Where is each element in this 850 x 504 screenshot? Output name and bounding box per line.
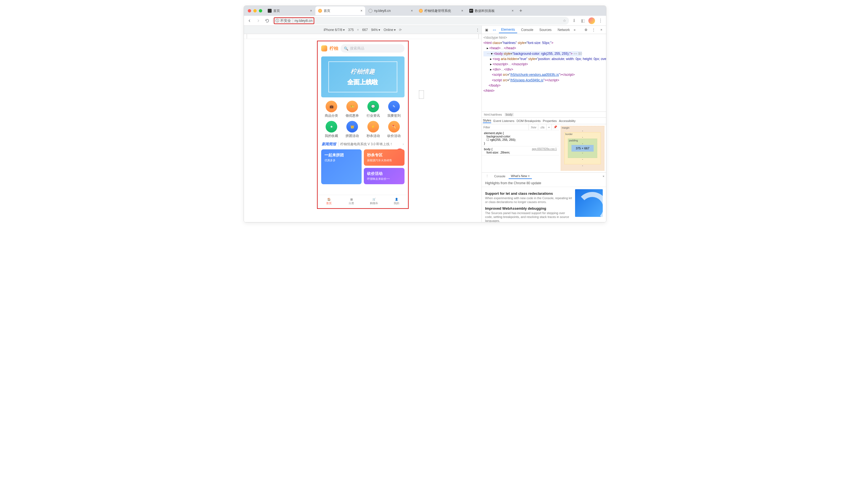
close-tab-icon[interactable]: × (411, 9, 413, 13)
inspect-icon[interactable]: ▣ (483, 28, 489, 32)
download-button[interactable]: ⬇ (570, 17, 578, 24)
browser-tab-3[interactable]: 柠柚情趣管理系统 × (416, 6, 466, 15)
crumb-html[interactable]: html.hairlines (484, 113, 502, 116)
settings-icon[interactable]: ⚙ (583, 28, 589, 32)
card-groupbuy[interactable]: 一起来拼团 优惠多多 (321, 149, 362, 184)
favicon-box-icon (268, 9, 272, 13)
device-mode-pane: iPhone 6/7/8 ▾ 375 × 667 94% ▾ Online ▾ … (244, 26, 482, 222)
window-controls (245, 9, 265, 13)
star-icon[interactable]: ☆ (563, 19, 566, 23)
back-button[interactable] (246, 17, 253, 24)
devtools-tab-sources[interactable]: Sources (537, 27, 554, 33)
menu-button[interactable]: ⋮ (597, 17, 604, 24)
drawer-menu-icon[interactable]: ⋮ (483, 174, 491, 179)
styles-tab-props[interactable]: Properties (543, 119, 557, 123)
resize-handle[interactable] (419, 90, 424, 99)
styles-tab-listeners[interactable]: Event Listeners (493, 119, 515, 123)
whatsnew-highlights: Highlights from the Chrome 80 update (482, 180, 606, 187)
device-toggle-icon[interactable]: ▭ (491, 28, 497, 32)
device-toolbar-menu[interactable]: ⋮ (476, 28, 479, 32)
close-tab-icon[interactable]: × (361, 9, 362, 13)
logo-icon (321, 46, 327, 51)
minimize-window-button[interactable] (253, 9, 257, 13)
new-tab-button[interactable]: + (517, 8, 525, 14)
rule-element-style[interactable]: element.style { background-color: ☐ rgb(… (482, 130, 559, 146)
rule-source-link[interactable]: app.6507828a.css:1 (532, 147, 557, 150)
chevron-right-icon: › (403, 142, 404, 146)
zoom-select[interactable]: 94% ▾ (371, 28, 380, 32)
hero-banner[interactable]: 柠柚情趣 全面上线啦 (321, 56, 404, 97)
grid-item-flash[interactable]: ⚡秒杀活动 (363, 121, 383, 138)
grid-item-fav[interactable]: ★我的收藏 (321, 121, 342, 138)
close-tab-icon[interactable]: × (461, 9, 463, 13)
tab-home[interactable]: 🏠首页 (318, 195, 340, 208)
selected-node[interactable]: ⋯ ▾ <body style="background-color: rgb(2… (483, 51, 582, 56)
browser-tab-0[interactable]: 首页 × (265, 6, 315, 15)
filter-row: :hov .cls + 📌 (482, 124, 559, 130)
browser-tab-4[interactable]: BT 数据科技面板 × (467, 6, 516, 15)
forward-button[interactable] (255, 17, 262, 24)
device-width[interactable]: 375 (348, 28, 353, 32)
grid-item-news[interactable]: 💬行业资讯 (363, 101, 383, 118)
grid-item-signin[interactable]: ✎我要签到 (383, 101, 404, 118)
grid-label: 商品分类 (325, 113, 338, 118)
tab-cart[interactable]: 🛒购物车 (363, 195, 385, 208)
rotate-icon[interactable]: ⟳ (399, 28, 402, 32)
elements-tree[interactable]: <!doctype html> <html class="hairlines" … (482, 34, 606, 111)
grid-item-group[interactable]: 👑拼团活动 (342, 121, 363, 138)
pencil-icon: ✎ (388, 101, 400, 112)
crumb-body[interactable]: body (505, 113, 514, 116)
news-row[interactable]: 新闻简报 柠柚情趣电商系统 V 3.0 即将上线！ › (318, 140, 408, 148)
styles-filter-input[interactable] (482, 126, 528, 129)
grid-item-coupon[interactable]: 🎫领优惠券 (342, 101, 363, 118)
browser-toolbar: ⓘ不安全 ny.ldey8.cn ☆ ⬇ ◧ ⋮ (244, 16, 606, 26)
tab-category[interactable]: ▦分类 (340, 195, 363, 208)
device-height[interactable]: 667 (362, 28, 368, 32)
tab-profile[interactable]: 👤我的 (385, 195, 407, 208)
styles-tab-a11y[interactable]: Accessibility (559, 119, 576, 123)
main-area: iPhone 6/7/8 ▾ 375 × 667 94% ▾ Online ▾ … (244, 26, 606, 222)
card-flashsale[interactable]: 秒杀专区 新能源汽车火热销售 (364, 149, 404, 166)
search-input[interactable]: 🔍 搜索商品 (341, 44, 404, 53)
drawer-tab-console[interactable]: Console (492, 174, 507, 179)
address-bar[interactable]: ⓘ不安全 ny.ldey8.cn ☆ (272, 17, 569, 24)
grid-label: 拼团活动 (346, 133, 359, 138)
devtools-header: ▣ ▭ Elements Console Sources Network » ⚙… (482, 26, 606, 34)
card-title: 一起来拼团 (325, 153, 359, 158)
drawer-tab-whatsnew[interactable]: What's New × (509, 174, 532, 179)
close-tab-icon[interactable]: × (310, 9, 312, 13)
more-tabs-icon[interactable]: » (574, 28, 576, 32)
devtools-tab-network[interactable]: Network (555, 27, 572, 33)
box-content: 375 × 667 (571, 145, 594, 151)
device-select[interactable]: iPhone 6/7/8 ▾ (324, 28, 345, 32)
wn-p-1: When experimenting with new code in the … (485, 196, 572, 204)
new-rule-button[interactable]: + (546, 124, 552, 130)
rule-body[interactable]: app.6507828a.css:1 body { font-size: .28… (482, 146, 559, 156)
styles-tab-dom[interactable]: DOM Breakpoints (517, 119, 541, 123)
devtools-menu-icon[interactable]: ⋮ (591, 28, 597, 32)
styles-body: :hov .cls + 📌 element.style { background… (482, 124, 606, 172)
browser-tab-2[interactable]: ny.ldey8.cn × (366, 6, 416, 15)
card-bargain[interactable]: 砍价活动 呼朋唤友来砍价~~ (364, 168, 404, 184)
tab-label: 分类 (349, 201, 354, 205)
grid-item-category[interactable]: 💼商品分类 (321, 101, 342, 118)
close-window-button[interactable] (248, 9, 251, 13)
drawer-close-icon[interactable]: × (603, 175, 604, 178)
profile-avatar[interactable] (588, 17, 595, 24)
grid-item-bargain[interactable]: 🪓砍价活动 (383, 121, 404, 138)
extension-button[interactable]: ◧ (579, 17, 587, 24)
devtools-tab-console[interactable]: Console (519, 27, 536, 33)
reload-button[interactable] (263, 17, 271, 24)
hov-button[interactable]: :hov (528, 124, 538, 130)
network-select[interactable]: Online ▾ (383, 28, 396, 32)
bolt-icon: ⚡ (367, 121, 379, 132)
devtools-tab-elements[interactable]: Elements (499, 26, 517, 33)
styles-tab-styles[interactable]: Styles (483, 119, 491, 123)
cls-button[interactable]: .cls (538, 124, 546, 130)
browser-tab-1[interactable]: 首页 × (315, 6, 365, 15)
devtools-close-icon[interactable]: × (598, 28, 604, 32)
pin-icon[interactable]: 📌 (552, 124, 559, 130)
close-tab-icon[interactable]: × (511, 9, 514, 13)
maximize-window-button[interactable] (259, 9, 262, 13)
card-sub: 优惠多多 (325, 159, 359, 162)
